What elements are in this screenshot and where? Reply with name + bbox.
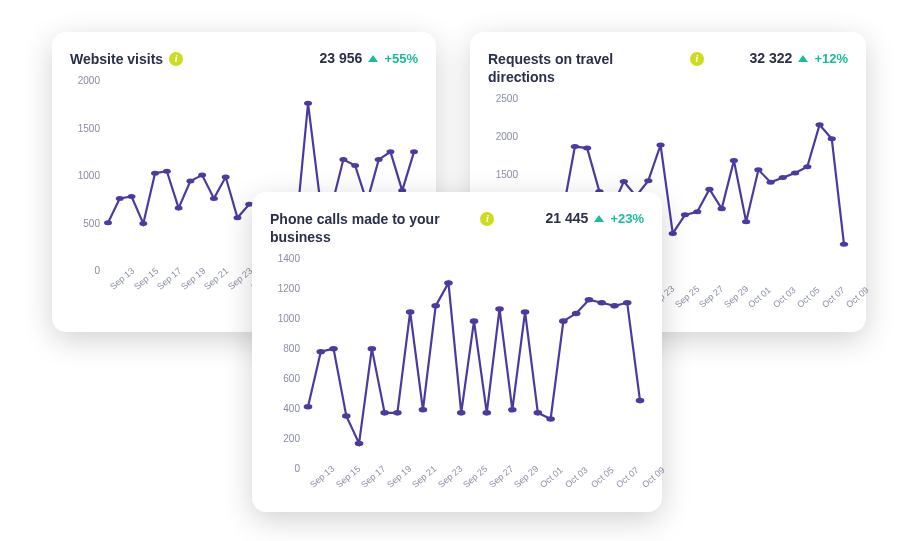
series-dot [186, 179, 194, 184]
series-dot [342, 414, 351, 420]
series-dot [620, 179, 628, 184]
series-dot [779, 175, 787, 180]
series-dot [368, 346, 377, 352]
series-dot [803, 165, 811, 170]
series-dot [380, 410, 389, 416]
series-dot [304, 404, 313, 410]
card-title: Requests on travel directions [488, 50, 684, 86]
series-dot [546, 417, 555, 423]
series-dot [163, 169, 171, 174]
card-title: Phone calls made to your business [270, 210, 474, 246]
series-dot [128, 194, 136, 199]
series-dot [116, 196, 124, 201]
title-wrap: Phone calls made to your business i [270, 210, 494, 246]
series-dot [840, 242, 848, 247]
y-tick: 800 [270, 344, 304, 354]
card-header: Website visits i 23 956 +55% [70, 50, 418, 68]
series-dot [222, 175, 230, 180]
series-dot [406, 310, 415, 316]
y-tick: 2000 [70, 76, 104, 86]
metric-delta: +23% [610, 211, 644, 226]
y-tick: 200 [270, 434, 304, 444]
series-dot [636, 398, 645, 404]
series-dot [791, 171, 799, 176]
y-tick: 1400 [270, 254, 304, 264]
y-axis: 2000150010005000 [70, 76, 104, 276]
series-dot [610, 303, 619, 309]
series-dot [175, 206, 183, 211]
series-dot [681, 213, 689, 218]
series-dot [316, 349, 325, 355]
series-dot [470, 319, 479, 325]
y-axis: 1400120010008006004002000 [270, 254, 304, 474]
series-dot [151, 171, 159, 176]
card-title: Website visits [70, 50, 163, 68]
series-dot [482, 410, 491, 416]
series-dot [521, 310, 530, 316]
series-dot [754, 168, 762, 173]
series-dot [559, 319, 568, 325]
series-dot [393, 410, 402, 416]
series-dot [669, 231, 677, 236]
series-dot [597, 300, 606, 306]
y-tick: 0 [270, 464, 304, 474]
series-dot [339, 157, 347, 162]
metric-value: 23 956 [320, 50, 363, 66]
trend-up-icon [798, 55, 808, 62]
series-dot [444, 281, 453, 287]
series-dot [233, 215, 241, 220]
series-dot [718, 206, 726, 211]
series-dot [419, 407, 428, 413]
series-dot [386, 150, 394, 155]
series-dot [644, 179, 652, 184]
plot [308, 260, 640, 474]
metric-wrap: 23 956 +55% [320, 50, 418, 66]
series-dot [742, 220, 750, 225]
series-dot [139, 221, 147, 226]
series-dot [329, 346, 338, 352]
info-icon[interactable]: i [480, 212, 494, 226]
y-tick: 500 [70, 219, 104, 229]
trend-up-icon [594, 215, 604, 222]
metric-value: 32 322 [750, 50, 793, 66]
y-tick: 600 [270, 374, 304, 384]
series-dot [815, 123, 823, 128]
info-icon[interactable]: i [169, 52, 183, 66]
y-tick: 1000 [70, 171, 104, 181]
y-tick: 2500 [488, 94, 522, 104]
series-dot [705, 187, 713, 192]
y-tick: 1500 [70, 124, 104, 134]
series-dot [410, 150, 418, 155]
info-icon[interactable]: i [690, 52, 704, 66]
series-dot [766, 180, 774, 185]
title-wrap: Requests on travel directions i [488, 50, 704, 86]
series-dot [304, 101, 312, 106]
x-axis: Sep 13Sep 15Sep 17Sep 19Sep 21Sep 23Sep … [308, 476, 640, 500]
series-dot [828, 137, 836, 142]
series-dot [585, 297, 594, 303]
series-dot [730, 158, 738, 163]
trend-up-icon [368, 55, 378, 62]
y-tick: 2000 [488, 132, 522, 142]
chart-area: 1400120010008006004002000 Sep 13Sep 15Se… [270, 254, 644, 500]
y-tick: 0 [70, 266, 104, 276]
series-dot [583, 146, 591, 151]
series-dot [355, 441, 364, 447]
series-dot [534, 410, 543, 416]
x-tick: Oct 09 [844, 285, 871, 310]
card-header: Requests on travel directions i 32 322 +… [488, 50, 848, 86]
y-tick: 1500 [488, 170, 522, 180]
series-dot [693, 210, 701, 215]
series-dot [572, 311, 581, 317]
series-dot [571, 144, 579, 149]
series-dot [495, 307, 504, 313]
series-dot [210, 196, 218, 201]
series-dot [198, 173, 206, 178]
metric-delta: +55% [384, 51, 418, 66]
series-dot [104, 220, 112, 225]
metric-value: 21 445 [546, 210, 589, 226]
series-dot [431, 303, 440, 309]
y-tick: 1000 [270, 314, 304, 324]
series-dot [508, 407, 517, 413]
y-tick: 400 [270, 404, 304, 414]
